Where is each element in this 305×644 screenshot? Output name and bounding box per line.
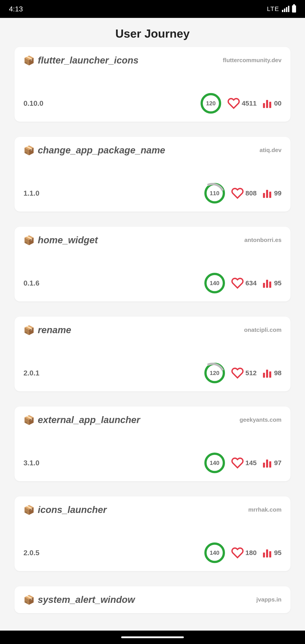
publisher-label: onatcipli.com xyxy=(244,325,282,334)
score-value: 120 xyxy=(206,100,216,107)
time-label: 4:13 xyxy=(9,5,23,13)
popularity-value: 98 xyxy=(274,369,282,377)
package-name: home_widget xyxy=(38,235,98,246)
card-stats: 140 145 97 xyxy=(204,452,282,473)
card-title-group: 📦 flutter_launcher_icons xyxy=(24,55,138,66)
heart-icon xyxy=(231,277,244,289)
likes-value: 145 xyxy=(246,459,257,467)
package-name: system_alert_window xyxy=(38,594,135,605)
score-value: 120 xyxy=(210,370,219,376)
bars-icon xyxy=(263,188,272,198)
publisher-label: fluttercommunity.dev xyxy=(223,55,282,64)
popularity-stat: 98 xyxy=(263,368,282,378)
network-label: LTE xyxy=(267,5,279,12)
likes-stat: 512 xyxy=(231,367,257,379)
score-circle: 140 xyxy=(204,452,225,473)
package-list: 📦 flutter_launcher_icons fluttercommunit… xyxy=(0,47,305,613)
card-header: 📦 flutter_launcher_icons fluttercommunit… xyxy=(24,55,282,66)
bars-icon xyxy=(263,278,272,288)
package-name: change_app_package_name xyxy=(38,145,165,156)
card-title-group: 📦 change_app_package_name xyxy=(24,145,165,156)
card-footer: 2.0.5 140 180 95 xyxy=(24,542,282,563)
package-card[interactable]: 📦 home_widget antonborri.es 0.1.6 140 63… xyxy=(14,227,290,302)
likes-value: 180 xyxy=(246,549,257,556)
heart-icon xyxy=(231,367,244,379)
popularity-value: 00 xyxy=(274,100,282,107)
battery-icon xyxy=(292,5,296,12)
card-header: 📦 rename onatcipli.com xyxy=(24,325,282,336)
card-stats: 120 4511 00 xyxy=(200,93,282,114)
card-title-group: 📦 external_app_launcher xyxy=(24,414,140,425)
publisher-label: atiq.dev xyxy=(260,145,282,154)
popularity-value: 99 xyxy=(274,190,282,197)
status-indicators: LTE xyxy=(267,5,296,12)
popularity-stat: 00 xyxy=(263,98,282,108)
package-name: icons_launcher xyxy=(38,504,107,515)
card-header: 📦 icons_launcher mrrhak.com xyxy=(24,504,282,515)
card-stats: 110 808 99 xyxy=(204,183,282,204)
package-icon: 📦 xyxy=(24,416,35,424)
card-footer: 0.1.6 140 634 95 xyxy=(24,273,282,294)
card-title-group: 📦 system_alert_window xyxy=(24,594,135,605)
package-card[interactable]: 📦 external_app_launcher geekyants.com 3.… xyxy=(14,406,290,481)
publisher-label: geekyants.com xyxy=(240,414,282,423)
signal-icon xyxy=(282,6,289,12)
popularity-value: 95 xyxy=(274,279,282,287)
heart-icon xyxy=(228,97,240,110)
likes-stat: 145 xyxy=(231,456,257,469)
popularity-value: 97 xyxy=(274,459,282,467)
score-circle: 140 xyxy=(204,273,225,294)
likes-value: 512 xyxy=(246,369,257,377)
card-footer: 2.0.1 120 512 98 xyxy=(24,363,282,383)
version-label: 0.10.0 xyxy=(24,99,44,108)
card-stats: 140 180 95 xyxy=(204,542,282,563)
popularity-value: 95 xyxy=(274,549,282,556)
popularity-stat: 95 xyxy=(263,278,282,288)
bars-icon xyxy=(263,368,272,378)
likes-value: 634 xyxy=(246,279,257,287)
version-label: 1.1.0 xyxy=(24,189,39,198)
package-icon: 📦 xyxy=(24,146,35,155)
status-time: 4:13 xyxy=(9,5,23,13)
home-indicator[interactable] xyxy=(121,636,184,638)
likes-value: 4511 xyxy=(242,100,257,107)
popularity-stat: 99 xyxy=(263,188,282,198)
package-icon: 📦 xyxy=(24,505,35,514)
card-header: 📦 system_alert_window jvapps.in xyxy=(24,594,282,605)
card-stats: 140 634 95 xyxy=(204,273,282,294)
card-title-group: 📦 home_widget xyxy=(24,235,98,246)
popularity-stat: 95 xyxy=(263,548,282,558)
score-value: 140 xyxy=(210,550,219,556)
publisher-label: mrrhak.com xyxy=(248,504,282,513)
version-label: 2.0.1 xyxy=(24,369,39,377)
package-card[interactable]: 📦 system_alert_window jvapps.in xyxy=(14,586,290,613)
card-title-group: 📦 rename xyxy=(24,325,71,336)
score-circle: 110 xyxy=(204,183,225,204)
popularity-stat: 97 xyxy=(263,458,282,468)
score-circle: 120 xyxy=(200,93,221,114)
card-footer: 3.1.0 140 145 97 xyxy=(24,452,282,473)
card-footer: 1.1.0 110 808 99 xyxy=(24,183,282,204)
score-value: 110 xyxy=(210,190,219,197)
package-name: external_app_launcher xyxy=(38,414,140,425)
package-name: flutter_launcher_icons xyxy=(38,55,138,66)
bars-icon xyxy=(263,458,272,468)
navigation-bar xyxy=(0,630,305,644)
package-card[interactable]: 📦 rename onatcipli.com 2.0.1 120 512 xyxy=(14,317,290,391)
score-circle: 120 xyxy=(204,363,225,383)
likes-stat: 4511 xyxy=(228,97,257,110)
likes-stat: 808 xyxy=(231,187,257,200)
package-icon: 📦 xyxy=(24,326,35,334)
package-name: rename xyxy=(38,325,71,336)
package-card[interactable]: 📦 icons_launcher mrrhak.com 2.0.5 140 18… xyxy=(14,496,290,571)
bars-icon xyxy=(263,98,272,108)
status-bar: 4:13 LTE xyxy=(0,0,305,18)
page-title: User Journey xyxy=(0,18,305,47)
package-card[interactable]: 📦 change_app_package_name atiq.dev 1.1.0… xyxy=(14,137,290,212)
heart-icon xyxy=(231,187,244,200)
publisher-label: jvapps.in xyxy=(256,594,282,603)
score-circle: 140 xyxy=(204,542,225,563)
card-header: 📦 external_app_launcher geekyants.com xyxy=(24,414,282,425)
package-card[interactable]: 📦 flutter_launcher_icons fluttercommunit… xyxy=(14,47,290,122)
card-header: 📦 change_app_package_name atiq.dev xyxy=(24,145,282,156)
